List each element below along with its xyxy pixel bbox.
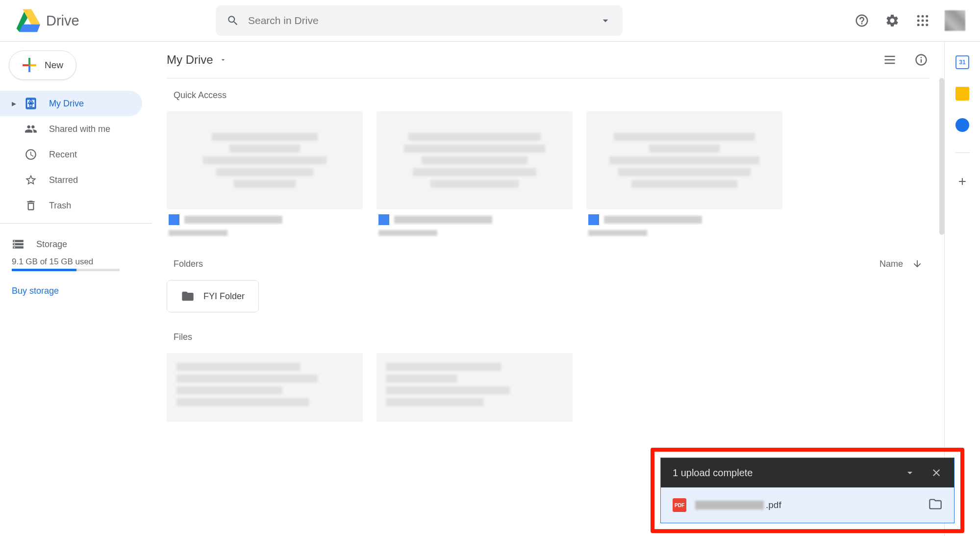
svg-point-7 bbox=[922, 24, 924, 26]
logo-area[interactable]: Drive bbox=[10, 8, 162, 33]
pdf-icon: PDF bbox=[673, 498, 686, 512]
toast-file-row[interactable]: PDF .pdf bbox=[661, 487, 954, 523]
drive-icon bbox=[25, 97, 37, 110]
storage-bar bbox=[12, 269, 120, 271]
breadcrumb-label: My Drive bbox=[167, 53, 213, 67]
tasks-app-button[interactable] bbox=[955, 118, 969, 132]
details-button[interactable] bbox=[913, 51, 930, 68]
info-icon bbox=[914, 53, 928, 67]
nav-trash[interactable]: Trash bbox=[0, 193, 142, 218]
locate-in-folder-button[interactable] bbox=[929, 497, 942, 513]
drive-logo-icon bbox=[15, 8, 40, 33]
svg-point-6 bbox=[917, 24, 920, 26]
divider bbox=[0, 223, 152, 224]
keep-app-button[interactable] bbox=[955, 87, 969, 101]
breadcrumb[interactable]: My Drive bbox=[167, 53, 227, 67]
docs-icon bbox=[169, 214, 179, 225]
toast-header: 1 upload complete bbox=[661, 458, 954, 487]
folder-item[interactable]: FYI Folder bbox=[167, 280, 259, 312]
account-avatar[interactable] bbox=[945, 10, 965, 31]
new-button[interactable]: New bbox=[9, 51, 76, 80]
arrow-down-icon bbox=[912, 258, 923, 269]
toast-title: 1 upload complete bbox=[673, 467, 753, 479]
svg-point-5 bbox=[926, 20, 928, 22]
storage-used-text: 9.1 GB of 15 GB used bbox=[12, 257, 152, 267]
new-button-label: New bbox=[45, 60, 63, 71]
collapse-chevron-icon[interactable] bbox=[904, 467, 916, 479]
quick-access-card[interactable] bbox=[586, 111, 782, 239]
file-card[interactable] bbox=[167, 353, 363, 422]
docs-icon bbox=[378, 214, 389, 225]
dropdown-chevron-icon bbox=[219, 56, 227, 64]
nav-my-drive[interactable]: ▸ My Drive bbox=[0, 91, 142, 116]
help-icon bbox=[854, 13, 869, 28]
nav-label: Storage bbox=[36, 239, 67, 250]
folders-label: Folders bbox=[174, 259, 203, 269]
uploaded-filename: .pdf bbox=[695, 500, 781, 510]
divider bbox=[167, 78, 930, 78]
buy-storage-link[interactable]: Buy storage bbox=[12, 286, 152, 296]
calendar-app-button[interactable]: 31 bbox=[955, 55, 969, 69]
settings-button[interactable] bbox=[884, 12, 901, 29]
storage-icon bbox=[12, 238, 25, 251]
expand-chevron-icon[interactable]: ▸ bbox=[12, 98, 18, 109]
upload-toast: 1 upload complete PDF .pdf bbox=[660, 458, 955, 523]
docs-icon bbox=[588, 214, 599, 225]
search-icon bbox=[226, 14, 239, 27]
search-options-dropdown-icon[interactable] bbox=[599, 14, 612, 27]
header-actions bbox=[854, 10, 970, 31]
divider bbox=[955, 153, 970, 153]
nav-label: Trash bbox=[49, 201, 71, 211]
add-addon-button[interactable]: + bbox=[958, 174, 966, 189]
star-icon bbox=[25, 174, 37, 186]
nav-label: My Drive bbox=[49, 99, 84, 109]
sort-label: Name bbox=[879, 259, 903, 269]
nav-starred[interactable]: Starred bbox=[0, 167, 142, 193]
apps-grid-icon bbox=[915, 13, 930, 28]
plus-icon bbox=[22, 58, 37, 73]
highlight-annotation: 1 upload complete PDF .pdf bbox=[651, 448, 964, 533]
svg-point-1 bbox=[922, 15, 924, 18]
close-icon[interactable] bbox=[930, 467, 942, 479]
list-view-icon bbox=[883, 53, 897, 67]
search-box[interactable] bbox=[216, 5, 623, 36]
svg-point-0 bbox=[917, 15, 920, 18]
trash-icon bbox=[25, 199, 37, 212]
gear-icon bbox=[885, 13, 900, 28]
files-label: Files bbox=[174, 332, 930, 342]
quick-access-card[interactable] bbox=[167, 111, 363, 239]
svg-point-4 bbox=[922, 20, 924, 22]
apps-button[interactable] bbox=[914, 12, 931, 29]
clock-icon bbox=[25, 148, 37, 161]
nav-shared[interactable]: Shared with me bbox=[0, 116, 142, 142]
quick-access-row bbox=[167, 111, 930, 239]
nav-label: Shared with me bbox=[49, 124, 110, 134]
app-name: Drive bbox=[46, 13, 79, 29]
search-input[interactable] bbox=[248, 15, 599, 26]
list-view-button[interactable] bbox=[881, 51, 898, 68]
svg-point-8 bbox=[926, 24, 928, 26]
quick-access-card[interactable] bbox=[377, 111, 573, 239]
nav-recent[interactable]: Recent bbox=[0, 142, 142, 167]
svg-point-2 bbox=[926, 15, 928, 18]
quick-access-label: Quick Access bbox=[174, 90, 930, 101]
folder-icon bbox=[181, 289, 195, 303]
header: Drive bbox=[0, 0, 980, 42]
people-icon bbox=[25, 123, 37, 135]
svg-point-3 bbox=[917, 20, 920, 22]
nav-label: Starred bbox=[49, 175, 78, 185]
sort-button[interactable]: Name bbox=[879, 258, 923, 269]
support-button[interactable] bbox=[854, 12, 870, 29]
nav-storage[interactable]: Storage bbox=[12, 231, 152, 257]
sidebar: New ▸ My Drive Shared with me Recent Sta… bbox=[0, 42, 152, 536]
file-card[interactable] bbox=[377, 353, 573, 422]
nav-label: Recent bbox=[49, 150, 77, 160]
folder-name: FYI Folder bbox=[203, 291, 245, 302]
scrollbar[interactable] bbox=[939, 78, 944, 235]
storage-section: Storage 9.1 GB of 15 GB used Buy storage bbox=[0, 229, 152, 296]
